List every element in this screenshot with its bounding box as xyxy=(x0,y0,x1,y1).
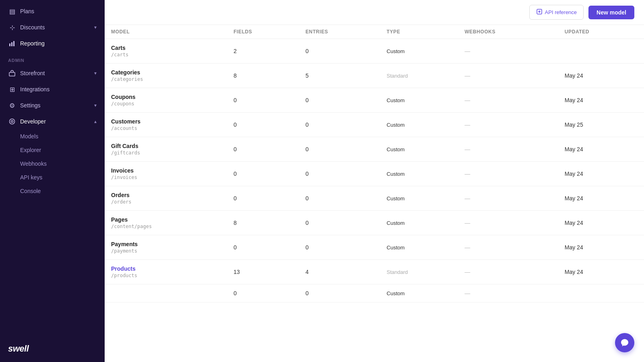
cell-entries: 0 xyxy=(299,284,380,302)
cell-webhooks: — xyxy=(458,39,558,64)
table-row[interactable]: Invoices /invoices 0 0 Custom — May 24 xyxy=(105,162,644,186)
table-row[interactable]: Payments /payments 0 0 Custom — May 24 xyxy=(105,235,644,260)
cell-model-name: Customers /accounts xyxy=(105,113,227,137)
new-model-button[interactable]: New model xyxy=(588,6,634,19)
table-row[interactable]: Pages /content/pages 8 0 Custom — May 24 xyxy=(105,211,644,235)
cell-model-name: Invoices /invoices xyxy=(105,162,227,186)
sidebar-item-webhooks[interactable]: Webhooks xyxy=(0,157,105,171)
cell-fields: 0 xyxy=(227,113,299,137)
cell-updated xyxy=(558,284,644,302)
svg-rect-1 xyxy=(11,42,12,46)
cell-updated: May 24 xyxy=(558,235,644,260)
cell-fields: 0 xyxy=(227,137,299,162)
cell-webhooks: — xyxy=(458,137,558,162)
col-fields: Fields xyxy=(227,25,299,39)
sidebar-label-integrations: Integrations xyxy=(20,86,97,93)
table-row[interactable]: Categories /categories 8 5 Standard — Ma… xyxy=(105,64,644,88)
plans-icon: ▤ xyxy=(8,7,16,15)
cell-type: Custom xyxy=(380,162,458,186)
storefront-icon xyxy=(8,69,16,77)
developer-icon xyxy=(8,117,16,125)
cell-webhooks: — xyxy=(458,260,558,284)
table-row[interactable]: 0 0 Custom — xyxy=(105,284,644,302)
cell-updated xyxy=(558,39,644,64)
cell-updated: May 24 xyxy=(558,137,644,162)
topbar: API reference New model xyxy=(105,0,644,25)
sidebar-item-plans[interactable]: ▤ Plans xyxy=(0,3,105,19)
cell-type: Custom xyxy=(380,186,458,211)
cell-updated: May 24 xyxy=(558,260,644,284)
cell-entries: 0 xyxy=(299,113,380,137)
cell-type: Custom xyxy=(380,88,458,113)
sidebar-label-developer: Developer xyxy=(20,118,90,125)
table-row[interactable]: Orders /orders 0 0 Custom — May 24 xyxy=(105,186,644,211)
cell-type: Standard xyxy=(380,64,458,88)
table-row[interactable]: Gift Cards /giftcards 0 0 Custom — May 2… xyxy=(105,137,644,162)
cell-fields: 0 xyxy=(227,88,299,113)
cell-webhooks: — xyxy=(458,211,558,235)
sidebar-item-models[interactable]: Models xyxy=(0,130,105,143)
sidebar-item-api-keys[interactable]: API keys xyxy=(0,171,105,184)
cell-model-name: Carts /carts xyxy=(105,39,227,64)
col-webhooks: Webhooks xyxy=(458,25,558,39)
sidebar-label-reporting: Reporting xyxy=(20,40,97,47)
chevron-up-icon: ▴ xyxy=(94,119,97,124)
col-model: Model xyxy=(105,25,227,39)
cell-model-name: Orders /orders xyxy=(105,186,227,211)
table-row[interactable]: Carts /carts 2 0 Custom — xyxy=(105,39,644,64)
table-row[interactable]: Customers /accounts 0 0 Custom — May 25 xyxy=(105,113,644,137)
cell-model-name xyxy=(105,284,227,302)
cell-webhooks: — xyxy=(458,162,558,186)
sidebar-item-developer[interactable]: Developer ▴ xyxy=(0,113,105,130)
cell-entries: 0 xyxy=(299,39,380,64)
cell-webhooks: — xyxy=(458,235,558,260)
svg-rect-2 xyxy=(13,41,14,46)
discounts-icon: ⊹ xyxy=(8,23,16,31)
cell-updated: May 24 xyxy=(558,211,644,235)
cell-entries: 0 xyxy=(299,88,380,113)
cell-fields: 8 xyxy=(227,211,299,235)
sidebar-item-explorer[interactable]: Explorer xyxy=(0,143,105,157)
sidebar-label-api-keys: API keys xyxy=(20,174,42,181)
cell-fields: 2 xyxy=(227,39,299,64)
chat-button[interactable] xyxy=(615,333,634,352)
sidebar: ▤ Plans ⊹ Discounts ▾ Reporting ADMIN St… xyxy=(0,0,105,362)
table-row[interactable]: Products /products 13 4 Standard — May 2… xyxy=(105,260,644,284)
cell-type: Custom xyxy=(380,137,458,162)
cell-webhooks: — xyxy=(458,88,558,113)
api-reference-button[interactable]: API reference xyxy=(529,5,584,20)
api-ref-icon xyxy=(536,8,543,16)
cell-model-name: Pages /content/pages xyxy=(105,211,227,235)
cell-updated: May 25 xyxy=(558,113,644,137)
chevron-down-icon: ▾ xyxy=(94,25,97,30)
sidebar-item-settings[interactable]: ⚙ Settings ▾ xyxy=(0,97,105,113)
sidebar-item-integrations[interactable]: ⊞ Integrations xyxy=(0,81,105,97)
sidebar-item-storefront[interactable]: Storefront ▾ xyxy=(0,65,105,81)
sidebar-item-discounts[interactable]: ⊹ Discounts ▾ xyxy=(0,19,105,35)
cell-type: Custom xyxy=(380,235,458,260)
app-logo: swell xyxy=(0,335,105,362)
sidebar-label-plans: Plans xyxy=(20,8,97,14)
cell-type: Custom xyxy=(380,284,458,302)
cell-model-name: Gift Cards /giftcards xyxy=(105,137,227,162)
cell-model-name: Payments /payments xyxy=(105,235,227,260)
cell-updated: May 24 xyxy=(558,186,644,211)
cell-webhooks: — xyxy=(458,186,558,211)
table-row[interactable]: Coupons /coupons 0 0 Custom — May 24 xyxy=(105,88,644,113)
cell-entries: 0 xyxy=(299,162,380,186)
sidebar-item-console[interactable]: Console xyxy=(0,184,105,198)
main-content: API reference New model Model Fields Ent… xyxy=(105,0,644,362)
chevron-down-icon: ▾ xyxy=(94,70,97,76)
cell-updated: May 24 xyxy=(558,162,644,186)
sidebar-item-reporting[interactable]: Reporting xyxy=(0,35,105,51)
col-type: Type xyxy=(380,25,458,39)
sidebar-label-console: Console xyxy=(20,188,41,194)
cell-fields: 13 xyxy=(227,260,299,284)
cell-fields: 8 xyxy=(227,64,299,88)
svg-rect-3 xyxy=(9,72,15,76)
models-table-container: Model Fields Entries Type Webhooks Updat… xyxy=(105,25,644,362)
settings-icon: ⚙ xyxy=(8,101,16,109)
cell-type: Custom xyxy=(380,211,458,235)
cell-updated: May 24 xyxy=(558,64,644,88)
cell-entries: 0 xyxy=(299,186,380,211)
